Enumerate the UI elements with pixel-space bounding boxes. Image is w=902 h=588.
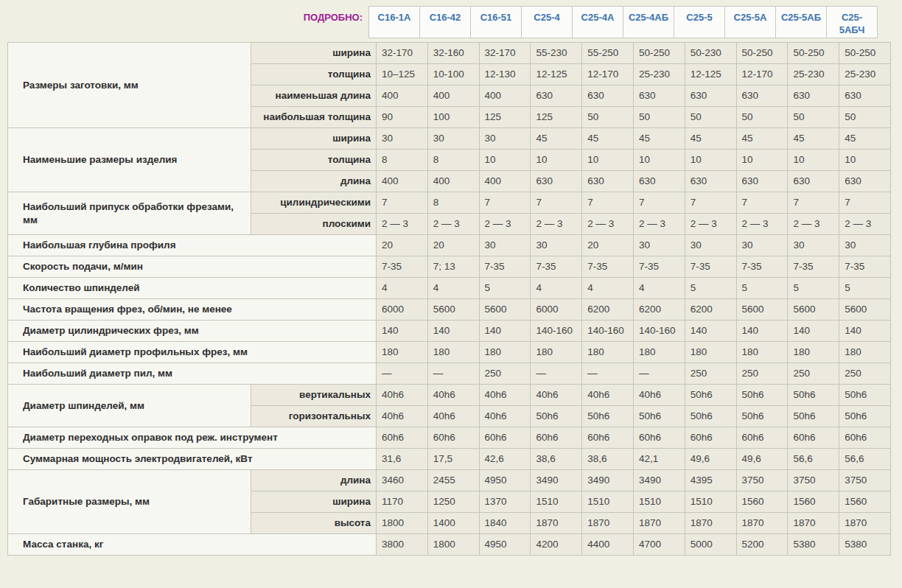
value-cell: 7 xyxy=(377,192,428,214)
row-sub-label: ширина xyxy=(251,128,377,150)
value-cell: 40h6 xyxy=(582,385,634,406)
value-cell: 40h6 xyxy=(427,406,479,427)
value-cell: 40h6 xyxy=(427,385,479,406)
value-cell: 60h6 xyxy=(736,427,788,449)
value-cell: 90 xyxy=(377,107,428,128)
value-cell: — xyxy=(377,363,428,385)
value-cell: 1870 xyxy=(839,513,891,534)
value-cell: 2 — 3 xyxy=(633,214,685,235)
row-sub-label: горизонтальных xyxy=(251,406,377,427)
table-row: Скорость подачи, м/мин7-357; 137-357-357… xyxy=(8,256,891,278)
value-cell: 30 xyxy=(736,235,788,256)
model-link[interactable]: С25-5АБЧ xyxy=(829,11,875,36)
value-cell: 180 xyxy=(377,342,428,363)
model-link[interactable]: С16-51 xyxy=(480,11,512,24)
value-cell: 1840 xyxy=(479,513,531,534)
value-cell: 40h6 xyxy=(531,385,582,406)
value-cell: 7-35 xyxy=(633,256,685,278)
table-row: Количество шпинделей4454445555 xyxy=(8,278,891,299)
row-sub-label: длина xyxy=(251,171,377,192)
value-cell: 40h6 xyxy=(479,385,531,406)
value-cell: 250 xyxy=(479,363,531,385)
value-cell: 5 xyxy=(839,278,891,299)
value-cell: 45 xyxy=(839,128,891,150)
value-cell: 6000 xyxy=(531,299,582,321)
row-group-label: Количество шпинделей xyxy=(8,278,377,299)
value-cell: 180 xyxy=(788,342,839,363)
model-link[interactable]: С25-5 xyxy=(686,11,712,24)
value-cell: 2 — 3 xyxy=(736,214,788,235)
value-cell: 400 xyxy=(479,171,531,192)
value-cell: 50h6 xyxy=(685,406,736,427)
value-cell: 50h6 xyxy=(685,385,736,406)
value-cell: 3750 xyxy=(788,470,839,491)
model-link[interactable]: С25-4АБ xyxy=(629,11,668,24)
value-cell: 1560 xyxy=(788,491,839,513)
value-cell: 6200 xyxy=(582,299,634,321)
value-cell: 630 xyxy=(788,171,839,192)
model-cells: С16-1АС16-42С16-51С25-4С25-4АС25-4АБС25-… xyxy=(368,6,878,38)
value-cell: 3490 xyxy=(531,470,582,491)
row-group-label: Размеры заготовки, мм xyxy=(8,43,251,128)
row-sub-label: толщина xyxy=(251,150,377,171)
value-cell: 8 xyxy=(377,150,428,171)
value-cell: 60h6 xyxy=(685,427,736,449)
table-row: Диаметр шпинделей, ммвертикальных40h640h… xyxy=(8,385,891,406)
value-cell: 7-35 xyxy=(788,256,839,278)
value-cell: 55-230 xyxy=(531,43,582,64)
value-cell: 1510 xyxy=(633,491,685,513)
value-cell: 5600 xyxy=(839,299,891,321)
value-cell: 50-250 xyxy=(736,43,788,64)
value-cell: 40h6 xyxy=(479,406,531,427)
value-cell: 50h6 xyxy=(531,406,582,427)
row-sub-label: толщина xyxy=(251,64,377,85)
table-row: Наибольший диаметр профильных фрез, мм18… xyxy=(8,342,891,363)
value-cell: 7-35 xyxy=(685,256,736,278)
value-cell: 2455 xyxy=(427,470,479,491)
value-cell: 5 xyxy=(685,278,736,299)
model-link[interactable]: С25-5А xyxy=(734,11,767,24)
value-cell: 42,1 xyxy=(633,449,685,470)
value-cell: 2 — 3 xyxy=(788,214,839,235)
value-cell: 1170 xyxy=(377,491,428,513)
model-header-cell: С25-4А xyxy=(572,6,623,38)
value-cell: 60h6 xyxy=(633,427,685,449)
row-group-label: Диаметр переходных оправок под реж. инст… xyxy=(8,427,377,449)
value-cell: 40h6 xyxy=(377,406,428,427)
table-row: Наибольший диаметр пил, мм——250———250250… xyxy=(8,363,891,385)
value-cell: 1560 xyxy=(839,491,891,513)
value-cell: 7 xyxy=(633,192,685,214)
value-cell: 50 xyxy=(839,107,891,128)
value-cell: 20 xyxy=(582,235,634,256)
value-cell: 3490 xyxy=(633,470,685,491)
value-cell: 45 xyxy=(736,128,788,150)
value-cell: 100 xyxy=(427,107,479,128)
row-group-label: Масса станка, кг xyxy=(8,534,377,556)
value-cell: 5600 xyxy=(788,299,839,321)
value-cell: 140 xyxy=(839,321,891,342)
model-link[interactable]: С16-1А xyxy=(378,11,411,24)
value-cell: 56,6 xyxy=(839,449,891,470)
value-cell: 38,6 xyxy=(531,449,582,470)
value-cell: 50 xyxy=(685,107,736,128)
spec-table-body: Размеры заготовки, ммширина32-17032-1603… xyxy=(8,43,891,556)
value-cell: 50h6 xyxy=(788,385,839,406)
model-link[interactable]: С16-42 xyxy=(430,11,461,24)
value-cell: 630 xyxy=(736,171,788,192)
row-group-label: Габаритные размеры, мм xyxy=(8,470,251,534)
value-cell: 1870 xyxy=(788,513,839,534)
value-cell: 250 xyxy=(788,363,839,385)
value-cell: 2 — 3 xyxy=(377,214,428,235)
value-cell: 7 xyxy=(788,192,839,214)
model-link[interactable]: С25-4А xyxy=(581,11,615,24)
model-link[interactable]: С25-4 xyxy=(534,11,559,24)
value-cell: 3750 xyxy=(839,470,891,491)
value-cell: 6200 xyxy=(685,299,736,321)
value-cell: 12-170 xyxy=(582,64,634,85)
value-cell: 1510 xyxy=(531,491,582,513)
value-cell: 60h6 xyxy=(427,427,479,449)
model-link[interactable]: С25-5АБ xyxy=(781,11,821,24)
value-cell: 1870 xyxy=(736,513,788,534)
row-group-label: Наибольшая глубина профиля xyxy=(8,235,377,256)
value-cell: 630 xyxy=(839,85,891,107)
